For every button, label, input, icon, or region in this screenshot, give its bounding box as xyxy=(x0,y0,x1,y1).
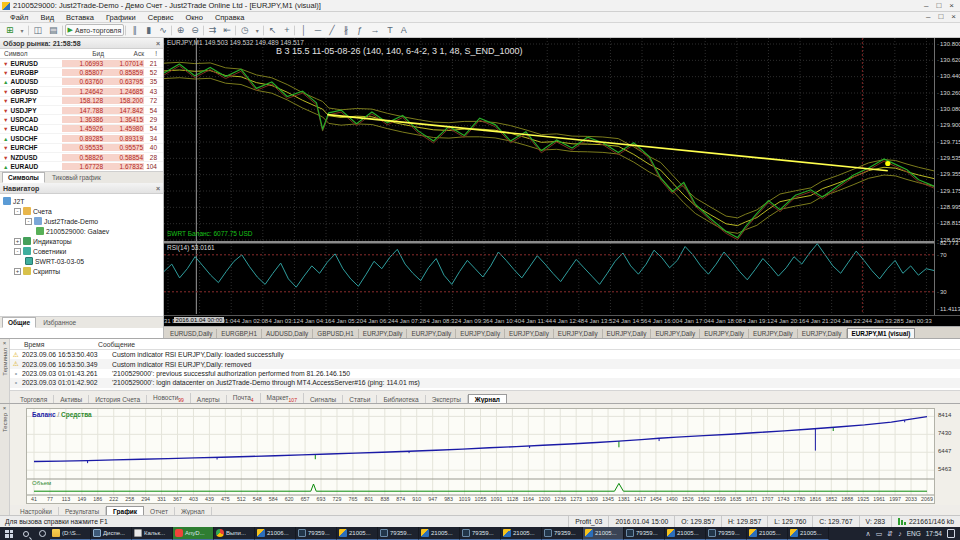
label-button[interactable]: A xyxy=(397,24,410,36)
crosshair-button[interactable]: + xyxy=(280,24,293,36)
taskbar-app[interactable]: 21005... xyxy=(665,527,706,540)
taskbar-app[interactable]: 79359... xyxy=(542,527,583,540)
market-watch-row[interactable]: USDCAD 1.36386 1.36415 29 xyxy=(0,115,163,124)
terminal-grip[interactable]: × Терминал xyxy=(0,339,10,403)
toolbar-separator[interactable] xyxy=(294,25,296,36)
maximize-button[interactable]: □ xyxy=(936,1,941,11)
taskbar-app[interactable]: 21005... xyxy=(501,527,542,540)
navigator-item[interactable]: + Индикаторы xyxy=(0,236,163,246)
tester-balance-chart[interactable]: 4177113149186222258294331367403439475512… xyxy=(26,408,935,504)
arrows-button[interactable]: → xyxy=(367,24,382,36)
chart-tab[interactable]: GBPUSD,H1 xyxy=(313,329,358,338)
cursor-button[interactable]: ↖ xyxy=(266,24,280,36)
taskbar-app[interactable]: 21005... xyxy=(419,527,460,540)
market-watch-row[interactable]: EURCAD 1.45926 1.45980 54 xyxy=(0,125,163,134)
auto-scroll-button[interactable]: ⇉ xyxy=(206,24,220,36)
chart-tab[interactable]: EURJPY,Daily xyxy=(505,329,554,338)
tree-toggle-icon[interactable]: - xyxy=(25,218,32,225)
candles-chart-button[interactable]: ▮ xyxy=(142,24,155,36)
menu-view[interactable]: Вид xyxy=(34,13,60,22)
child-minimize-button[interactable]: – xyxy=(926,12,930,22)
child-close-button[interactable]: × xyxy=(951,12,956,22)
chart-tab[interactable]: AUDUSD,Daily xyxy=(262,329,313,338)
bars-chart-button[interactable]: ∥ xyxy=(128,24,141,36)
navigator-item[interactable]: SWRT-03-03-05 xyxy=(0,256,163,266)
market-watch-row[interactable]: USDCHF 0.89285 0.89319 34 xyxy=(0,134,163,143)
toolbar-separator[interactable] xyxy=(125,25,127,36)
taskbar-app[interactable]: 79359... xyxy=(706,527,747,540)
taskbar-app[interactable]: 21005... xyxy=(788,527,829,540)
toolbar-separator[interactable] xyxy=(263,25,265,36)
chart-tab[interactable]: EURJPY,Daily xyxy=(554,329,603,338)
chart-tab[interactable]: EURJPY,Daily xyxy=(456,329,505,338)
navigator-tab[interactable]: Общие xyxy=(2,317,36,328)
navigator-item[interactable]: - Советники xyxy=(0,246,163,256)
journal-row[interactable]: 2023.09.03 01:01:42.902 '2100529000': lo… xyxy=(10,378,960,387)
volume-icon[interactable]: ♪ xyxy=(898,530,902,537)
navigator-item[interactable]: 2100529000: Galaev xyxy=(0,226,163,236)
journal-row[interactable]: 2023.09.06 16:53:50.403 Custom indicator… xyxy=(10,350,960,359)
tree-toggle-icon[interactable]: + xyxy=(14,268,21,275)
periods-caret[interactable]: ▾ xyxy=(253,24,262,36)
market-watch-tab[interactable]: Тиковый график xyxy=(46,172,107,183)
tree-toggle-icon[interactable]: + xyxy=(14,238,21,245)
clock[interactable]: 17:54 xyxy=(926,530,942,537)
new-order-button[interactable]: ⊞ xyxy=(3,24,17,36)
taskbar-app[interactable]: 21005... xyxy=(337,527,378,540)
taskbar-app[interactable]: (D:\S... xyxy=(50,527,91,540)
zoom-out-button[interactable]: ⊖ xyxy=(188,24,202,36)
taskbar-app[interactable]: Диспе... xyxy=(91,527,132,540)
zoom-in-button[interactable]: ⊕ xyxy=(174,24,188,36)
text-button[interactable]: T xyxy=(383,24,396,36)
taskbar-app[interactable]: Выпи... xyxy=(214,527,255,540)
chart-tab[interactable]: EURJPY,Daily xyxy=(651,329,700,338)
chart-tab[interactable]: EURUSD,Daily xyxy=(166,329,217,338)
menu-insert[interactable]: Вставка xyxy=(60,13,100,22)
search-button[interactable] xyxy=(18,527,34,540)
market-watch-row[interactable]: AUDUSD 0.63760 0.63795 35 xyxy=(0,78,163,87)
tree-toggle-icon[interactable]: - xyxy=(14,208,21,215)
chart-tab[interactable]: EURJPY,Daily xyxy=(700,329,749,338)
toolbar-separator[interactable] xyxy=(28,25,30,36)
price-chart[interactable] xyxy=(164,38,960,315)
chart-shift-button[interactable]: ⇤ xyxy=(220,24,234,36)
journal-row[interactable]: 2023.09.03 01:01:43.261 '2100529000': pr… xyxy=(10,369,960,378)
navigator-item[interactable]: + Скрипты xyxy=(0,266,163,276)
market-watch-row[interactable]: EURAUD 1.67728 1.67832 104 xyxy=(0,162,163,171)
taskbar-app[interactable]: 79359... xyxy=(378,527,419,540)
toolbar-separator[interactable] xyxy=(235,25,237,36)
profiles-button[interactable]: ▤ xyxy=(46,24,61,36)
tree-toggle-icon[interactable]: - xyxy=(14,248,21,255)
menu-charts[interactable]: Графики xyxy=(100,13,142,22)
navigator-item[interactable]: - Счета xyxy=(0,206,163,216)
market-watch-row[interactable]: NZDUSD 0.58826 0.58854 28 xyxy=(0,153,163,162)
tray-app-icon[interactable]: ▭ xyxy=(876,530,883,538)
taskbar-app[interactable]: 79359... xyxy=(624,527,665,540)
market-watch-row[interactable]: EURUSD 1.06993 1.07014 21 xyxy=(0,59,163,68)
close-icon[interactable]: × xyxy=(156,185,160,192)
menu-window[interactable]: Окно xyxy=(179,13,208,22)
chart-tab[interactable]: EURJPY,Daily xyxy=(749,329,798,338)
toolbar-separator[interactable] xyxy=(62,25,64,36)
network-icon[interactable]: ⇵ xyxy=(887,530,893,538)
close-icon[interactable]: × xyxy=(3,340,7,346)
chart-tab[interactable]: EURJPY,Daily xyxy=(359,329,408,338)
close-icon[interactable]: × xyxy=(3,405,7,411)
new-order-caret[interactable]: ▾ xyxy=(18,24,27,36)
vertical-line-button[interactable]: │ xyxy=(297,24,310,36)
taskbar-app[interactable]: 79359... xyxy=(296,527,337,540)
navigator-tab[interactable]: Избранное xyxy=(37,317,82,328)
fibonacci-button[interactable]: ƒ xyxy=(353,24,366,36)
toolbar-separator[interactable] xyxy=(203,25,205,36)
chart-tab[interactable]: EURJPY,Daily xyxy=(798,329,847,338)
start-button[interactable] xyxy=(0,527,18,540)
navigator-item[interactable]: J2T xyxy=(0,196,163,206)
market-watch-row[interactable]: GBPUSD 1.24642 1.24685 43 xyxy=(0,87,163,96)
close-button[interactable]: × xyxy=(949,1,954,11)
taskbar-app[interactable]: Кальк... xyxy=(132,527,173,540)
charts-window-button[interactable]: ◫ xyxy=(31,24,46,36)
language-indicator[interactable]: ENG xyxy=(907,530,921,537)
tray-chevron-icon[interactable]: ∧ xyxy=(866,530,871,538)
periods-button[interactable]: ◷ xyxy=(238,24,252,36)
market-watch-tab[interactable]: Символы xyxy=(2,172,45,183)
